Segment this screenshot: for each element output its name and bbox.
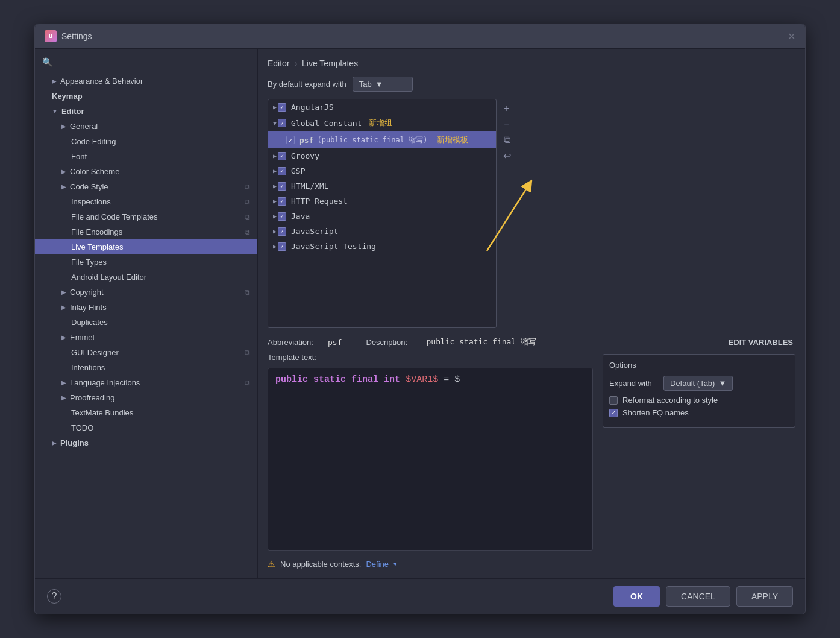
desc-label: Description: (366, 338, 420, 347)
template-list-area: ▶ AngularJS ▼ Global Constant 新增组 (268, 99, 497, 328)
group-javascript-testing[interactable]: ▶ JavaScript Testing (268, 239, 496, 254)
checkbox-java[interactable] (278, 212, 286, 221)
checkbox-javascript[interactable] (278, 227, 286, 236)
checkbox-http-request[interactable] (278, 197, 286, 206)
apply-button[interactable]: APPLY (736, 586, 793, 607)
new-template-annotation: 新增模板 (437, 134, 468, 145)
sidebar-item-file-code-templates[interactable]: File and Code Templates ⧉ (35, 209, 257, 224)
sidebar-item-code-editing[interactable]: Code Editing (35, 134, 257, 149)
reformat-checkbox[interactable] (609, 396, 618, 405)
breadcrumb-part1: Editor (268, 58, 290, 68)
sidebar-label: File Types (71, 257, 107, 267)
group-groovy[interactable]: ▶ Groovy (268, 148, 496, 163)
group-label: HTTP Request (291, 197, 348, 206)
sidebar-item-inspections[interactable]: Inspections ⧉ (35, 194, 257, 209)
chevron-icon: ▶ (61, 168, 66, 175)
abbrev-row: Abbreviation: psf (268, 338, 342, 347)
expand-with-value: Default (Tab) (670, 379, 715, 388)
options-title: Options (609, 361, 789, 370)
chevron-icon: ▶ (273, 183, 277, 189)
sidebar-label: Code Editing (71, 137, 116, 146)
code-editor[interactable]: public static final int $VAR1$ = $ (268, 368, 593, 551)
sidebar-item-file-encodings[interactable]: File Encodings ⧉ (35, 224, 257, 239)
checkbox-groovy[interactable] (278, 152, 286, 160)
sidebar-item-appearance[interactable]: ▶ Appearance & Behavior (35, 74, 257, 89)
template-text-label-rest: emplate text: (272, 353, 316, 362)
group-label: JavaScript (291, 227, 338, 236)
sidebar-item-file-types[interactable]: File Types (35, 254, 257, 270)
expand-with-dropdown[interactable]: Default (Tab) ▼ (663, 376, 733, 391)
checkbox-angularjs[interactable] (278, 103, 286, 112)
checkbox-psf[interactable] (286, 136, 295, 144)
cancel-button[interactable]: CANCEL (666, 586, 730, 607)
shorten-checkbox[interactable] (609, 409, 618, 417)
sidebar-item-intentions[interactable]: Intentions (35, 360, 257, 375)
sidebar-label: General (70, 122, 98, 131)
group-http-request[interactable]: ▶ HTTP Request (268, 194, 496, 209)
copy-icon: ⧉ (245, 213, 250, 221)
abbrev-value: psf (328, 338, 342, 347)
sidebar-item-general[interactable]: ▶ General (35, 119, 257, 134)
sidebar-label: Code Style (70, 182, 108, 191)
code-keyword-public: public (275, 374, 308, 385)
group-javascript[interactable]: ▶ JavaScript (268, 224, 496, 239)
sidebar-item-live-templates[interactable]: Live Templates (35, 239, 257, 254)
sidebar-label: Inspections (71, 197, 111, 206)
define-label: Define (366, 560, 389, 569)
sidebar-item-emmet[interactable]: ▶ Emmet (35, 330, 257, 345)
sidebar-item-proofreading[interactable]: ▶ Proofreading (35, 390, 257, 405)
close-button[interactable]: ✕ (788, 31, 795, 42)
edit-variables-button[interactable]: EDIT VARIABLES (726, 336, 795, 348)
chevron-icon: ▶ (52, 440, 57, 446)
sidebar-item-todo[interactable]: TODO (35, 420, 257, 435)
checkbox-html-xml[interactable] (278, 182, 286, 191)
copy-template-button[interactable]: ⧉ (500, 133, 514, 147)
sidebar-item-font[interactable]: Font (35, 149, 257, 164)
group-gsp[interactable]: ▶ GSP (268, 163, 496, 178)
checkbox-global-constant[interactable] (278, 119, 286, 127)
restore-button[interactable]: ↩ (500, 148, 514, 163)
sidebar-item-code-style[interactable]: ▶ Code Style ⧉ (35, 179, 257, 194)
chevron-icon: ▶ (273, 104, 277, 110)
item-psf[interactable]: psf (public static final 缩写) 新增模板 (268, 131, 496, 148)
checkbox-gsp[interactable] (278, 167, 286, 175)
group-java[interactable]: ▶ Java (268, 209, 496, 224)
dropdown-arrow-icon: ▼ (375, 80, 383, 89)
checkbox-javascript-testing[interactable] (278, 242, 286, 251)
dialog-title: Settings (61, 31, 92, 41)
group-angularjs[interactable]: ▶ AngularJS (268, 99, 496, 115)
remove-button[interactable]: − (500, 117, 514, 131)
code-keyword-static: static (313, 374, 346, 385)
chevron-icon: ▼ (273, 120, 277, 127)
sidebar-item-android-layout-editor[interactable]: Android Layout Editor (35, 270, 257, 285)
sidebar-item-duplicates[interactable]: Duplicates (35, 315, 257, 330)
chevron-icon: ▶ (273, 168, 277, 174)
sidebar-item-plugins[interactable]: ▶ Plugins (35, 435, 257, 450)
sidebar-label: Live Templates (71, 242, 123, 251)
copy-icon: ⧉ (245, 288, 250, 297)
edit-vars-label: EDIT VARIABLES (729, 338, 793, 347)
group-label: AngularJS (291, 103, 333, 112)
sidebar-item-copyright[interactable]: ▶ Copyright ⧉ (35, 285, 257, 300)
footer-buttons: OK CANCEL APPLY (613, 586, 793, 607)
sidebar-item-keymap[interactable]: Keymap (35, 89, 257, 104)
sidebar-item-textmate-bundles[interactable]: TextMate Bundles (35, 405, 257, 420)
group-global-constant[interactable]: ▼ Global Constant 新增组 (268, 115, 496, 131)
define-link[interactable]: Define (366, 560, 389, 569)
template-list-container: ▶ AngularJS ▼ Global Constant 新增组 (268, 99, 795, 328)
sidebar-item-inlay-hints[interactable]: ▶ Inlay Hints (35, 300, 257, 315)
group-html-xml[interactable]: ▶ HTML/XML (268, 178, 496, 194)
add-button[interactable]: + (500, 101, 514, 116)
search-row: 🔍 (35, 54, 257, 71)
sidebar-item-language-injections[interactable]: ▶ Language Injections ⧉ (35, 375, 257, 390)
sidebar-item-color-scheme[interactable]: ▶ Color Scheme (35, 164, 257, 179)
dialog-footer: ? OK CANCEL APPLY (35, 578, 805, 614)
sidebar-item-editor[interactable]: ▼ Editor (35, 104, 257, 119)
abbrev-desc-row: Abbreviation: psf Description: public st… (268, 336, 593, 347)
expand-with-label-rest: xpand with (615, 379, 652, 388)
define-chevron-icon: ▾ (393, 560, 397, 568)
help-button[interactable]: ? (47, 589, 61, 604)
expand-dropdown[interactable]: Tab ▼ (353, 77, 413, 92)
sidebar-item-gui-designer[interactable]: GUI Designer ⧉ (35, 345, 257, 360)
ok-button[interactable]: OK (613, 586, 660, 607)
